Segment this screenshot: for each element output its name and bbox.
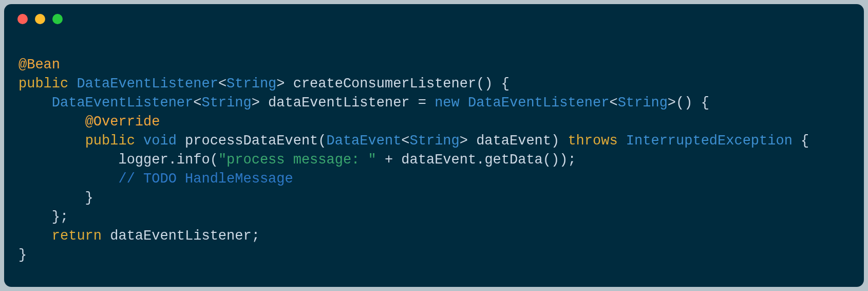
indent [18, 228, 52, 244]
generic-close: > [252, 95, 260, 111]
kw-public: public [85, 133, 135, 149]
ident-dataEvent: dataEvent [401, 152, 476, 168]
code-line-7: // TODO HandleMessage [18, 171, 293, 187]
code-line-5: public void processDataEvent(DataEvent<S… [18, 133, 809, 149]
space [468, 133, 476, 149]
brace-close: } [18, 190, 93, 206]
comment-todo: // TODO HandleMessage [118, 171, 293, 187]
type-DataEventListener: DataEventListener [52, 95, 193, 111]
type-DataEvent: DataEvent [327, 133, 402, 149]
punc: () { [476, 76, 510, 92]
type-String: String [227, 76, 276, 92]
paren-open: ( [210, 152, 218, 168]
dot: . [476, 152, 484, 168]
indent [18, 114, 85, 130]
code-line-1: @Bean [18, 57, 60, 72]
punc: ()); [543, 152, 576, 168]
var-name: dataEventListener [110, 228, 251, 244]
type-String: String [410, 133, 460, 149]
space [559, 133, 568, 149]
kw-public: public [18, 76, 68, 92]
annotation-override: @Override [85, 114, 160, 130]
punc: { [792, 133, 809, 149]
string-literal: "process message: " [218, 152, 376, 168]
generic-open: < [193, 95, 201, 111]
var-name: dataEventListener [268, 95, 409, 111]
space [618, 133, 626, 149]
code-line-3: DataEventListener<String> dataEventListe… [18, 95, 709, 111]
generic-open: < [609, 95, 617, 111]
dot: . [168, 152, 177, 168]
generic-close: > [460, 133, 468, 149]
brace-close: } [18, 247, 27, 263]
code-block: @Bean public DataEventListener<String> c… [4, 34, 864, 265]
annotation-bean: @Bean [18, 57, 60, 72]
window-titlebar [4, 4, 864, 34]
op-eq: = [410, 95, 435, 111]
code-line-4: @Override [18, 114, 160, 130]
paren-open: ( [318, 133, 326, 149]
space [177, 133, 185, 149]
close-icon[interactable] [17, 14, 28, 24]
space [260, 95, 268, 111]
generic-close: > [668, 95, 676, 111]
kw-throws: throws [568, 133, 617, 149]
generic-close: > [276, 76, 285, 92]
kw-new: new [435, 95, 460, 111]
indent [18, 95, 52, 111]
method-info: info [177, 152, 210, 168]
type-String: String [618, 95, 668, 111]
method-name: createConsumerListener [293, 76, 476, 92]
param-name: dataEvent [476, 133, 551, 149]
type-DataEventListener: DataEventListener [77, 76, 218, 92]
indent [18, 152, 118, 168]
code-line-10: return dataEventListener; [18, 228, 260, 244]
generic-open: < [401, 133, 409, 149]
brace-close-semi: }; [18, 209, 68, 225]
type-InterruptedException: InterruptedException [626, 133, 792, 149]
method-name: processDataEvent [185, 133, 318, 149]
type-DataEventListener: DataEventListener [468, 95, 609, 111]
indent [18, 133, 85, 149]
code-window: @Bean public DataEventListener<String> c… [4, 4, 864, 287]
minimize-icon[interactable] [35, 14, 45, 24]
indent [18, 171, 118, 187]
semi: ; [252, 228, 260, 244]
ident-logger: logger [118, 152, 168, 168]
code-line-6: logger.info("process message: " + dataEv… [18, 152, 576, 168]
space [460, 95, 468, 111]
punc: () { [676, 95, 709, 111]
space [102, 228, 110, 244]
paren-close: ) [551, 133, 559, 149]
type-String: String [201, 95, 251, 111]
kw-return: return [52, 228, 102, 244]
code-line-2: public DataEventListener<String> createC… [18, 76, 510, 92]
space [135, 133, 143, 149]
op-plus: + [376, 152, 402, 168]
code-line-8: } [18, 190, 93, 206]
zoom-icon[interactable] [52, 14, 63, 24]
code-line-9: }; [18, 209, 68, 225]
method-getData: getData [484, 152, 542, 168]
generic-open: < [218, 76, 227, 92]
kw-void: void [143, 133, 177, 149]
code-line-11: } [18, 247, 27, 263]
